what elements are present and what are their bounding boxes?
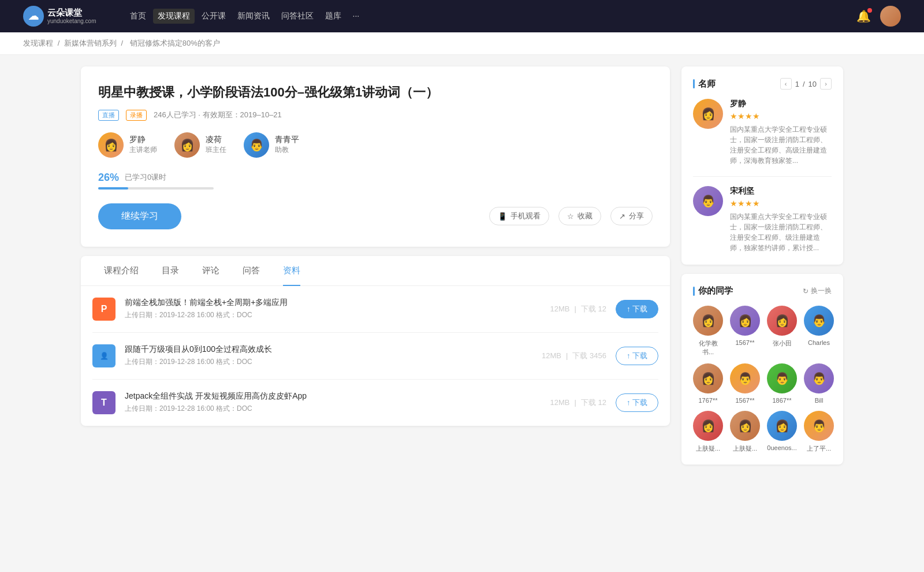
classmate-avatar-7[interactable]: 👨 — [804, 363, 834, 393]
classmates-title: 你的同学 — [693, 285, 733, 296]
instructor-role-2: 助教 — [275, 145, 299, 155]
classmate-name-10: 0ueenos... — [767, 444, 796, 451]
file-icon-1: 👤 — [92, 344, 116, 367]
prev-page-button[interactable]: ‹ — [780, 78, 792, 90]
user-avatar[interactable] — [880, 6, 901, 27]
download-button-2[interactable]: ↑ 下载 — [616, 393, 658, 412]
file-icon-2: T — [92, 391, 116, 414]
action-row: 继续学习 📱 手机观看 ☆ 收藏 ↗ 分享 — [98, 203, 653, 229]
teacher-name-1: 宋利坚 — [730, 186, 832, 196]
next-page-button[interactable]: › — [820, 78, 832, 90]
teacher-item-0: 👩 罗静 ★★★★ 国内某重点大学安全工程专业硕士，国家一级注册消防工程师、注册… — [693, 99, 832, 166]
classmate-item: 👩 上肤疑... — [730, 411, 760, 453]
nav-exam[interactable]: 题库 — [321, 9, 346, 24]
course-card: 明星中教授课，小学阶段语法100分–强化级第1讲动词（一） 直播 录播 246人… — [81, 66, 670, 247]
mobile-watch-button[interactable]: 📱 手机观看 — [489, 207, 549, 225]
page-current: 1 — [795, 80, 799, 88]
file-stats-1: 12MB | 下载 3456 — [542, 351, 606, 361]
collect-button[interactable]: ☆ 收藏 — [558, 207, 601, 225]
nav-news[interactable]: 新闻资讯 — [233, 9, 274, 24]
progress-bar-fill — [98, 187, 128, 190]
classmate-name-2: 张小田 — [773, 339, 792, 348]
classmate-name-0: 化学教书... — [693, 339, 723, 356]
classmate-avatar-9[interactable]: 👩 — [730, 411, 760, 441]
file-meta-1: 上传日期：2019-12-28 16:00 格式：DOC — [125, 357, 532, 367]
teacher-body-0: 罗静 ★★★★ 国内某重点大学安全工程专业硕士，国家一级注册消防工程师、注册安全… — [730, 99, 832, 166]
main-container: 明星中教授课，小学阶段语法100分–强化级第1讲动词（一） 直播 录播 246人… — [58, 66, 866, 474]
classmate-avatar-8[interactable]: 👩 — [693, 411, 723, 441]
file-info-2: Jetpack全组件实战 开发短视频应用高仿皮皮虾App 上传日期：2019-1… — [125, 391, 541, 414]
tabs-header: 课程介绍 目录 评论 问答 资料 — [81, 256, 670, 286]
instructor-avatar-2: 👨 — [244, 132, 269, 158]
teacher-name-0: 罗静 — [730, 99, 832, 109]
classmates-card: 你的同学 ↻ 换一换 👩 化学教书... 👩 1567** 👩 张小田 — [681, 274, 843, 465]
classmate-avatar-1[interactable]: 👩 — [730, 306, 760, 336]
classmates-card-header: 你的同学 ↻ 换一换 — [693, 285, 832, 296]
tab-qa[interactable]: 问答 — [231, 256, 271, 285]
teacher-avatar-0: 👩 — [693, 99, 723, 129]
share-button[interactable]: ↗ 分享 — [610, 207, 653, 225]
instructor-name-0: 罗静 — [129, 135, 157, 145]
nav-more[interactable]: ··· — [348, 9, 364, 24]
nav-open[interactable]: 公开课 — [197, 9, 230, 24]
file-item: P 前端全栈加强版！前端全栈+全周期+多端应用 上传日期：2019-12-28 … — [92, 286, 658, 333]
header: ☁ 云朵课堂 yunduoketang.com 首页 发现课程 公开课 新闻资讯… — [0, 0, 924, 32]
instructor-role-0: 主讲老师 — [129, 145, 157, 155]
classmate-avatar-6[interactable]: 👨 — [767, 363, 797, 393]
download-button-0[interactable]: ↑ 下载 — [616, 300, 658, 318]
tag-record: 录播 — [126, 110, 147, 121]
course-meta: 直播 录播 246人已学习 · 有效期至：2019–10–21 — [98, 110, 653, 121]
page-total: 10 — [808, 80, 817, 88]
instructor-1: 👩 凌荷 班主任 — [174, 132, 226, 158]
continue-button[interactable]: 继续学习 — [98, 203, 181, 229]
logo[interactable]: ☁ 云朵课堂 yunduoketang.com — [23, 6, 96, 27]
teachers-title: 名师 — [693, 79, 716, 90]
divider — [693, 176, 832, 177]
tab-review[interactable]: 评论 — [191, 256, 231, 285]
tabs-card: 课程介绍 目录 评论 问答 资料 P 前端全栈加强版！前端全栈+全周期+多端应用… — [81, 256, 670, 426]
teachers-pagination: ‹ 1 / 10 › — [780, 78, 832, 90]
breadcrumb-link-1[interactable]: 发现课程 — [23, 39, 53, 47]
logo-text: 云朵课堂 yunduoketang.com — [47, 8, 96, 25]
tab-catalog[interactable]: 目录 — [150, 256, 191, 285]
left-panel: 明星中教授课，小学阶段语法100分–强化级第1讲动词（一） 直播 录播 246人… — [81, 66, 670, 474]
classmate-item: 👩 0ueenos... — [767, 411, 797, 453]
star-icon: ☆ — [567, 212, 574, 221]
download-button-1[interactable]: ↑ 下载 — [616, 347, 658, 365]
classmate-name-9: 上肤疑... — [733, 444, 757, 453]
action-buttons: 📱 手机观看 ☆ 收藏 ↗ 分享 — [489, 207, 653, 225]
tab-intro[interactable]: 课程介绍 — [92, 256, 150, 285]
classmate-name-4: 1767** — [698, 397, 717, 404]
bell-icon[interactable]: 🔔 — [856, 9, 871, 23]
classmate-item: 👩 1567** — [730, 306, 760, 356]
refresh-button[interactable]: ↻ 换一换 — [803, 286, 832, 296]
nav: 首页 发现课程 公开课 新闻资讯 问答社区 题库 ··· — [125, 9, 364, 24]
nav-qa[interactable]: 问答社区 — [277, 9, 318, 24]
breadcrumb-current: 销冠修炼术搞定80%的客户 — [130, 39, 220, 47]
classmate-avatar-5[interactable]: 👨 — [730, 363, 760, 393]
classmate-avatar-4[interactable]: 👩 — [693, 363, 723, 393]
nav-discover[interactable]: 发现课程 — [153, 9, 195, 24]
progress-percent: 26% — [98, 172, 119, 184]
classmate-avatar-2[interactable]: 👩 — [767, 306, 797, 336]
file-info-0: 前端全栈加强版！前端全栈+全周期+多端应用 上传日期：2019-12-28 16… — [125, 298, 541, 320]
teacher-desc-0: 国内某重点大学安全工程专业硕士，国家一级注册消防工程师、注册安全工程师、高级注册… — [730, 124, 832, 166]
classmate-grid: 👩 化学教书... 👩 1567** 👩 张小田 👨 Charles 👩 — [693, 306, 832, 453]
instructor-2: 👨 青青平 助教 — [244, 132, 299, 158]
classmate-avatar-3[interactable]: 👨 — [804, 306, 834, 336]
progress-section: 26% 已学习0课时 — [98, 172, 653, 190]
classmate-item: 👨 Charles — [804, 306, 834, 356]
teacher-body-1: 宋利坚 ★★★★ 国内某重点大学安全工程专业硕士，国家一级注册消防工程师、注册安… — [730, 186, 832, 253]
breadcrumb-link-2[interactable]: 新媒体营销系列 — [64, 39, 117, 47]
file-list: P 前端全栈加强版！前端全栈+全周期+多端应用 上传日期：2019-12-28 … — [81, 286, 670, 426]
teachers-card-header: 名师 ‹ 1 / 10 › — [693, 78, 832, 90]
file-name-1: 跟随千万级项目从0到100全过程高效成长 — [125, 344, 532, 355]
classmate-avatar-10[interactable]: 👩 — [767, 411, 797, 441]
nav-home[interactable]: 首页 — [125, 9, 151, 24]
tag-live: 直播 — [98, 110, 119, 121]
classmate-item: 👩 上肤疑... — [693, 411, 723, 453]
tab-resources[interactable]: 资料 — [271, 256, 312, 285]
classmate-avatar-0[interactable]: 👩 — [693, 306, 723, 336]
classmate-avatar-11[interactable]: 👨 — [804, 411, 834, 441]
share-icon: ↗ — [619, 212, 625, 221]
